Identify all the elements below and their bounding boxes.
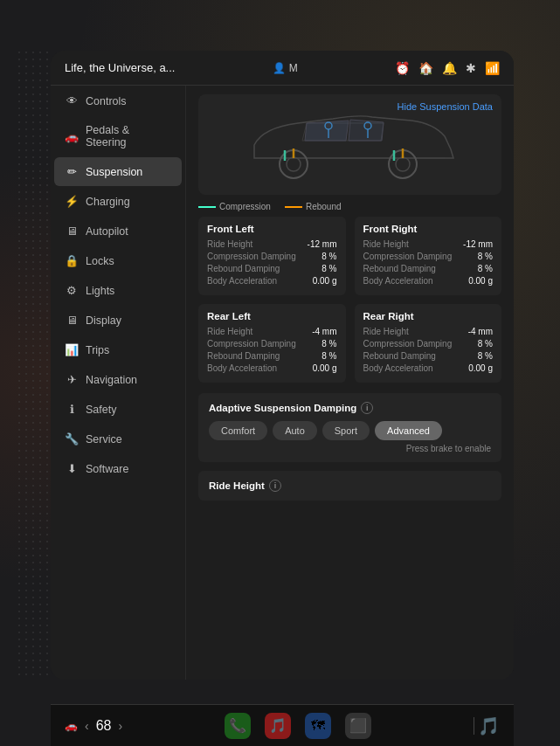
suspension-label: Suspension	[86, 166, 142, 178]
auto-mode-button[interactable]: Auto	[273, 421, 317, 440]
rl-body-accel-value: 0.00 g	[313, 363, 337, 373]
rr-compression-row: Compression Damping 8 %	[363, 339, 494, 349]
dots-decoration	[17, 51, 48, 680]
front-right-section: Front Right Ride Height -12 mm Compressi…	[355, 217, 502, 295]
fl-rebound-value: 8 %	[321, 264, 336, 273]
forward-arrow[interactable]: ›	[118, 719, 122, 733]
music-app[interactable]: 🎵	[265, 713, 291, 739]
rr-ride-height-value: -4 mm	[468, 327, 493, 336]
spotify-icon[interactable]: 🎵	[478, 715, 500, 736]
speed-display: 68	[96, 718, 112, 734]
fl-body-accel-label: Body Acceleration	[207, 276, 277, 286]
autopilot-icon: 🖥	[65, 224, 79, 238]
ride-height-label: Ride Height	[209, 480, 265, 491]
ride-height-section: Ride Height i	[198, 471, 501, 501]
fl-ride-height-value: -12 mm	[308, 239, 337, 249]
rebound-legend: Rebound	[285, 202, 342, 211]
status-icons: ⏰ 🏠 🔔 ✱ 📶	[395, 61, 500, 75]
rl-ride-height-value: -4 mm	[312, 327, 336, 336]
home-icon: 🏠	[418, 61, 433, 75]
fr-ride-height-label: Ride Height	[363, 239, 409, 249]
sidebar-item-autopilot[interactable]: 🖥 Autopilot	[54, 217, 182, 245]
trips-label: Trips	[86, 344, 109, 356]
svg-rect-1	[17, 51, 48, 680]
advanced-mode-button[interactable]: Advanced	[375, 421, 442, 440]
fr-body-accel-row: Body Acceleration 0.00 g	[363, 276, 494, 286]
autopilot-label: Autopilot	[86, 225, 128, 238]
rear-left-section: Rear Left Ride Height -4 mm Compression …	[198, 304, 346, 383]
fr-body-accel-label: Body Acceleration	[363, 276, 433, 286]
adaptive-title: Adaptive Suspension Damping i	[209, 402, 491, 414]
display-icon: 🖥	[65, 314, 79, 327]
rr-body-accel-value: 0.00 g	[468, 363, 493, 373]
taskbar-right: 🎵	[474, 715, 500, 736]
ride-height-info-icon[interactable]: i	[269, 480, 281, 492]
sidebar-item-suspension[interactable]: ✏ Suspension	[54, 157, 182, 186]
back-arrow[interactable]: ‹	[85, 719, 89, 733]
phone-app[interactable]: 📞	[225, 713, 251, 739]
sidebar-item-navigation[interactable]: ✈ Navigation	[54, 365, 182, 394]
comfort-mode-button[interactable]: Comfort	[209, 421, 267, 440]
fl-body-accel-value: 0.00 g	[313, 276, 337, 286]
hide-data-button[interactable]: Hide Suspension Data	[398, 101, 493, 112]
alarm-icon: ⏰	[395, 61, 410, 75]
brake-notice: Press brake to enable	[209, 444, 491, 453]
legend-row: Compression Rebound	[198, 202, 501, 211]
taskbar: 🚗 ‹ 68 › 📞 🎵 🗺 ⬛ 🎵	[51, 704, 514, 746]
adaptive-suspension-section: Adaptive Suspension Damping i Comfort Au…	[198, 393, 501, 462]
rear-right-title: Rear Right	[363, 311, 494, 321]
rl-body-accel-row: Body Acceleration 0.00 g	[207, 363, 337, 373]
front-left-section: Front Left Ride Height -12 mm Compressio…	[198, 217, 346, 295]
fr-compression-row: Compression Damping 8 %	[363, 252, 494, 261]
sidebar-item-pedals[interactable]: 🚗 Pedals & Steering	[54, 116, 182, 156]
mode-buttons: Comfort Auto Sport Advanced	[209, 421, 491, 440]
sidebar-item-service[interactable]: 🔧 Service	[54, 425, 182, 453]
car-taskbar-icon: 🚗	[65, 720, 78, 732]
sidebar-item-display[interactable]: 🖥 Display	[54, 306, 182, 335]
nav-app[interactable]: 🗺	[305, 713, 331, 739]
right-panel: Hide Suspension Data Compression Rebound…	[186, 86, 514, 680]
locks-icon: 🔒	[65, 254, 79, 267]
sidebar-item-lights[interactable]: ⚙ Lights	[54, 276, 182, 305]
sport-mode-button[interactable]: Sport	[322, 421, 370, 440]
svg-point-5	[396, 157, 410, 171]
main-content: 👁 Controls 🚗 Pedals & Steering ✏ Suspens…	[51, 86, 514, 680]
adaptive-info-icon[interactable]: i	[361, 402, 373, 414]
fr-body-accel-value: 0.00 g	[468, 276, 493, 286]
suspension-data-grid: Front Left Ride Height -12 mm Compressio…	[198, 217, 501, 383]
sidebar-item-locks[interactable]: 🔒 Locks	[54, 246, 182, 275]
camera-app[interactable]: ⬛	[345, 713, 371, 739]
user-profile[interactable]: 👤 M	[273, 62, 298, 74]
top-bar: Life, the Universe, a... 👤 M ⏰ 🏠 🔔 ✱ 📶	[51, 51, 514, 86]
sidebar-item-software[interactable]: ⬇ Software	[54, 454, 182, 483]
sidebar-item-charging[interactable]: ⚡ Charging	[54, 187, 182, 216]
rl-ride-height-row: Ride Height -4 mm	[207, 327, 337, 336]
ride-height-title: Ride Height i	[209, 480, 491, 492]
charging-icon: ⚡	[65, 195, 79, 208]
fl-ride-height-row: Ride Height -12 mm	[207, 239, 337, 249]
rr-body-accel-label: Body Acceleration	[363, 363, 433, 373]
sidebar-item-controls[interactable]: 👁 Controls	[54, 86, 182, 115]
fr-rebound-value: 8 %	[478, 264, 493, 273]
rear-left-title: Rear Left	[207, 311, 337, 321]
sidebar-item-safety[interactable]: ℹ Safety	[54, 395, 182, 424]
fl-rebound-row: Rebound Damping 8 %	[207, 264, 337, 273]
safety-label: Safety	[86, 404, 116, 416]
lights-icon: ⚙	[65, 284, 79, 297]
fl-rebound-label: Rebound Damping	[207, 264, 280, 273]
car-svg	[228, 101, 473, 189]
user-icon: 👤	[273, 62, 286, 74]
suspension-icon: ✏	[65, 165, 79, 178]
fl-compression-label: Compression Damping	[207, 252, 296, 261]
rl-rebound-label: Rebound Damping	[207, 351, 280, 361]
rebound-line	[285, 206, 302, 208]
sidebar-item-trips[interactable]: 📊 Trips	[54, 335, 182, 364]
rl-compression-label: Compression Damping	[207, 339, 296, 349]
trips-icon: 📊	[65, 343, 79, 356]
fr-ride-height-row: Ride Height -12 mm	[363, 239, 494, 249]
safety-icon: ℹ	[65, 403, 79, 416]
rr-body-accel-row: Body Acceleration 0.00 g	[363, 363, 494, 373]
compression-legend-label: Compression	[219, 202, 271, 211]
rr-rebound-row: Rebound Damping 8 %	[363, 351, 494, 361]
controls-label: Controls	[86, 95, 127, 107]
